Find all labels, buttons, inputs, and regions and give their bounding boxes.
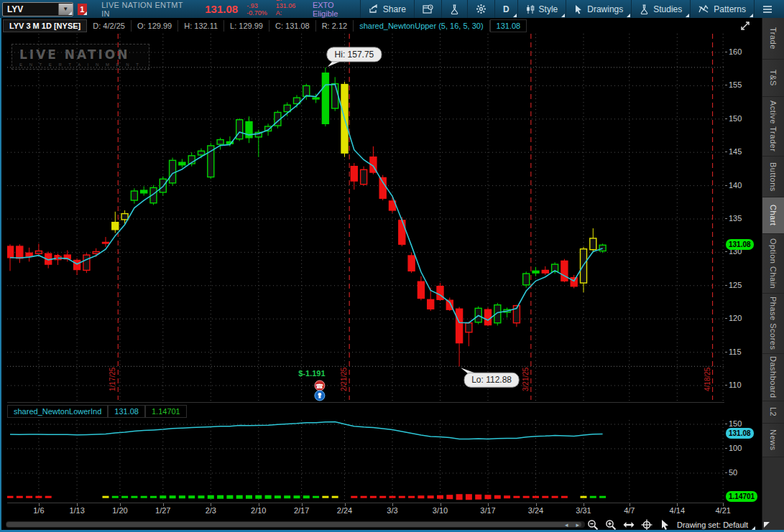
candle-body xyxy=(303,85,310,96)
zoom-in-icon[interactable] xyxy=(605,519,617,531)
signal-dash xyxy=(408,496,415,498)
signal-dash xyxy=(170,495,176,498)
price-tick-label: 120 xyxy=(729,314,742,322)
lower-tick-label: 100 xyxy=(729,444,742,452)
style-label: Style xyxy=(539,4,558,14)
analysis-tools-button[interactable] xyxy=(441,0,467,18)
time-axis-label: 2/10 xyxy=(244,506,273,515)
bulb-base xyxy=(318,396,320,398)
sidebar-tab-trade[interactable]: Trade xyxy=(762,18,784,60)
candle-body xyxy=(408,256,415,271)
tab-label: Trade xyxy=(769,27,778,50)
lower-study-chip[interactable]: shared_NewtonLowerInd xyxy=(7,405,108,418)
alert-badge[interactable]: 1 xyxy=(78,4,88,15)
legend-range: R: 2.12 xyxy=(316,20,354,32)
time-axis-label: 4/7 xyxy=(615,506,644,515)
signal-dash xyxy=(361,496,367,498)
time-axis-label: 4/14 xyxy=(663,506,691,515)
lower-study-line xyxy=(10,422,603,439)
candle-body xyxy=(236,120,243,139)
tab-label: Active Trader xyxy=(769,101,778,151)
time-axis-label: 3/31 xyxy=(569,506,598,515)
signal-dash xyxy=(494,495,501,499)
crosshair-mode-icon[interactable] xyxy=(641,519,652,531)
main-chart-canvas[interactable]: 1/17/252/21/253/21/254/18/25$-1.191☎Hi: … xyxy=(7,34,724,402)
candle-body xyxy=(35,251,42,254)
signal-dash xyxy=(418,495,424,498)
chart-scrollbar[interactable] xyxy=(6,521,585,528)
upper-study-line xyxy=(10,84,603,322)
candle-body xyxy=(532,271,539,273)
candle-body xyxy=(74,261,80,270)
lower-signal-value: 1.14701 xyxy=(145,405,187,418)
time-axis-label: 3/10 xyxy=(426,506,455,515)
sidebar-tab-l2[interactable]: L2 xyxy=(762,401,784,424)
symbol-input[interactable]: LYV ▼ xyxy=(2,2,73,17)
style-button[interactable]: Style xyxy=(517,0,566,18)
zoom-out-icon[interactable] xyxy=(587,519,599,531)
page-right-arrow[interactable]: ▸ xyxy=(576,521,581,528)
candle-body xyxy=(399,220,405,244)
expand-chart-icon[interactable] xyxy=(739,20,751,32)
panel-divider[interactable] xyxy=(7,402,724,403)
calendar-events-button[interactable] xyxy=(414,0,441,18)
sidebar-tab-option-chain[interactable]: Option Chain xyxy=(762,234,784,294)
sidebar-tab-buttons[interactable]: Buttons xyxy=(762,157,784,197)
lower-line-bubble: 131.08 xyxy=(726,428,754,439)
candle-body xyxy=(103,242,109,243)
lower-axis[interactable]: 15010050131.081.14701 xyxy=(724,420,764,503)
upper-study-value: 131.08 xyxy=(490,19,527,32)
alert-count: 1 xyxy=(80,5,84,14)
chart-scrollbar-thumb[interactable] xyxy=(6,522,581,527)
signal-dash xyxy=(226,495,233,499)
chevron-down-icon[interactable]: ▼ xyxy=(58,4,73,15)
price-tick-label: 115 xyxy=(729,347,742,356)
time-axis-label: 3/3 xyxy=(378,506,407,515)
time-axis[interactable]: 1/61/131/201/272/32/102/172/243/33/103/1… xyxy=(7,503,724,516)
signal-dash xyxy=(456,494,463,500)
pointer-mode-icon[interactable] xyxy=(659,519,670,531)
price-axis[interactable]: 160155150145140135130125120115110131.08 xyxy=(724,34,764,402)
signal-dash xyxy=(179,495,185,498)
lower-study-canvas[interactable] xyxy=(7,420,724,503)
settings-button[interactable] xyxy=(467,0,494,18)
studies-button[interactable]: Studies xyxy=(631,0,690,18)
upper-study-chip[interactable]: shared_NewtonUpper (5, 16, 5, 30) xyxy=(354,20,489,32)
candle-body xyxy=(170,160,176,183)
sidebar-tab-news[interactable]: News xyxy=(762,424,784,457)
candle-body xyxy=(428,299,434,309)
candle-body xyxy=(542,270,548,273)
sidebar-tab-tands[interactable]: T&S xyxy=(762,60,784,97)
net-change: -.93 xyxy=(246,2,267,9)
candle-body xyxy=(17,246,23,258)
pan-horizontal-icon[interactable] xyxy=(623,519,635,531)
page-left-arrow[interactable]: ◂ xyxy=(565,521,570,528)
time-axis-label: 1/27 xyxy=(149,506,177,515)
price-tick-label: 140 xyxy=(729,181,742,190)
resize-grip[interactable] xyxy=(764,522,770,528)
sidebar-tab-phase-scores[interactable]: Phase Scores xyxy=(762,294,784,354)
candle-body xyxy=(322,73,328,124)
sidebar-tab-dashboard[interactable]: Dashboard xyxy=(762,354,784,401)
tab-label: T&S xyxy=(769,70,778,86)
signal-dash xyxy=(265,495,272,499)
time-axis-label: 3/24 xyxy=(522,506,550,515)
lower-study-legend: shared_NewtonLowerInd 131.08 1.14701 xyxy=(7,404,187,419)
sidebar-tab-chart[interactable]: Chart xyxy=(762,197,784,234)
timeframe-button[interactable]: D xyxy=(494,0,517,18)
sidebar-tab-active-trader[interactable]: Active Trader xyxy=(762,97,784,157)
change-block: -.93 -0.70% xyxy=(246,2,267,17)
signal-dash xyxy=(523,496,530,498)
signal-value-bubble: 1.14701 xyxy=(726,491,757,502)
more-menu-button[interactable] xyxy=(754,0,784,18)
drawing-set-selector[interactable]: Drawing set: Default xyxy=(677,521,754,529)
price-tick-label: 110 xyxy=(729,381,742,389)
time-axis-label: 1/20 xyxy=(106,506,134,515)
signal-dash xyxy=(475,495,481,500)
patterns-button[interactable]: Patterns xyxy=(690,0,754,18)
tab-label: Phase Scores xyxy=(769,297,778,350)
share-button[interactable]: Share xyxy=(360,0,414,18)
drawings-button[interactable]: Drawings xyxy=(566,0,631,18)
candle-body xyxy=(361,169,367,184)
expiration-label: 3/21/25 xyxy=(522,367,530,391)
